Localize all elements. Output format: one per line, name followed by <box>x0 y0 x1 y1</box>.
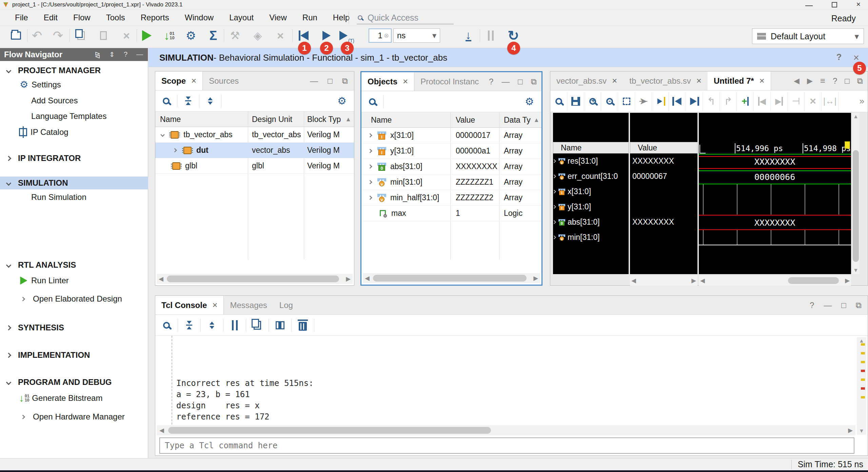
wave-add-marker-button[interactable]: + <box>737 92 754 111</box>
wave-signal-res[interactable]: vres[31:0] <box>552 153 598 169</box>
col-name[interactable]: Name <box>371 112 392 128</box>
run-button[interactable] <box>139 28 155 43</box>
toolbar-overflow-icon[interactable]: » <box>860 96 868 106</box>
col-design-unit[interactable]: Design Unit <box>252 111 292 127</box>
quick-access-search[interactable]: Quick Access <box>357 12 454 24</box>
wave-signal-x[interactable]: Ix[31:0] <box>552 184 591 199</box>
expand-collapse-icon[interactable]: ⇕ <box>109 50 115 59</box>
maximize-icon[interactable]: □ <box>845 76 850 86</box>
menu-file[interactable]: File <box>15 11 28 24</box>
settings-button[interactable]: ⚙ <box>525 97 541 107</box>
maximize-icon[interactable]: □ <box>518 77 523 86</box>
layout-selector[interactable]: Default Layout ▾ <box>752 28 864 44</box>
wave-save-button[interactable] <box>567 92 584 111</box>
toggle-columns-button[interactable] <box>269 321 291 329</box>
menu-reports[interactable]: Reports <box>141 11 169 24</box>
undo-button[interactable]: ↶ <box>29 28 45 43</box>
sidebar-item-add-sources[interactable]: Add Sources <box>31 94 78 107</box>
time-unit-select[interactable]: ns ▾ <box>393 28 440 43</box>
close-icon[interactable]: × <box>696 76 702 86</box>
objects-hscrollbar[interactable]: ◀ ▶ <box>363 273 540 283</box>
tab-scroll-right-icon[interactable]: ▶ <box>807 77 813 85</box>
minimize-icon[interactable]: — <box>824 301 832 310</box>
scroll-right-icon[interactable]: ▶ <box>848 427 853 434</box>
generate-bitstream-button[interactable]: ↓0110 <box>161 28 177 43</box>
elaborate-disabled-button[interactable]: ⚒ <box>227 28 243 43</box>
sidebar-item-ip-catalog[interactable]: IP Catalog <box>19 126 68 139</box>
minimize-icon[interactable]: — <box>310 76 318 86</box>
scroll-down-icon[interactable]: ▼ <box>859 428 864 434</box>
scope-row-glbl[interactable]: glbl glbl Verilog M <box>155 158 354 174</box>
redo-button[interactable]: ↷ <box>50 28 66 43</box>
clear-icon[interactable]: ⊗ <box>384 32 389 39</box>
float-icon[interactable]: ⧉ <box>342 76 348 86</box>
wave-search-button[interactable] <box>550 92 567 111</box>
menu-run[interactable]: Run <box>302 11 317 24</box>
expander-icon[interactable] <box>368 180 372 184</box>
scroll-thumb[interactable] <box>167 275 339 282</box>
paste-button[interactable] <box>96 28 111 43</box>
sidebar-item-language-templates[interactable]: Language Templates <box>31 110 106 123</box>
settings-gear-button[interactable]: ⚙ <box>183 28 199 43</box>
tab-log[interactable]: Log <box>273 296 299 314</box>
maximize-icon[interactable]: □ <box>841 301 846 310</box>
menu-view[interactable]: View <box>269 11 287 24</box>
scope-hscrollbar[interactable]: ◀ ▶ <box>157 274 353 284</box>
tab-messages[interactable]: Messages <box>224 296 273 314</box>
wave-zoom-out-button[interactable]: - <box>601 92 618 111</box>
impl-disabled-button[interactable]: × <box>273 28 288 43</box>
minimize-icon[interactable]: — <box>501 77 510 86</box>
sidebar-section-simulation[interactable]: SIMULATION <box>7 177 68 189</box>
window-maximize-button[interactable] <box>832 2 837 7</box>
wave-prev-marker-button[interactable]: ◀ <box>754 92 771 111</box>
tab-scroll-left-icon[interactable]: ◀ <box>794 77 800 85</box>
pause-output-button[interactable] <box>223 320 246 330</box>
expander-icon[interactable] <box>368 149 372 153</box>
window-close-button[interactable]: × <box>856 2 861 7</box>
tab-scope[interactable]: Scope× <box>155 71 203 90</box>
scroll-thumb[interactable] <box>853 150 859 262</box>
close-icon[interactable]: × <box>612 76 617 86</box>
wave-col-value-header[interactable]: Value <box>630 142 697 153</box>
sidebar-section-project-manager[interactable]: PROJECT MANAGER <box>7 64 101 77</box>
objects-row-x[interactable]: I x[31:0] 00000017 Array <box>361 128 541 143</box>
tab-protocol-instances[interactable]: Protocol Instanc <box>414 72 485 91</box>
wave-signal-abs[interactable]: 0abs[31:0] <box>552 214 600 230</box>
copy-button[interactable] <box>246 321 269 330</box>
scroll-right-icon[interactable]: ▶ <box>533 274 538 282</box>
expander-icon[interactable] <box>368 196 372 200</box>
menu-layout[interactable]: Layout <box>229 11 254 24</box>
wave-zoom-in-button[interactable]: + <box>584 92 601 111</box>
expander-icon[interactable] <box>368 133 372 137</box>
sidebar-item-settings[interactable]: ⚙Settings <box>20 78 61 91</box>
scroll-right-icon[interactable]: ▶ <box>845 277 850 284</box>
wave-signal-min[interactable]: vmin[31:0] <box>552 230 600 245</box>
copy-button[interactable] <box>73 28 89 43</box>
scroll-up-icon[interactable]: ▲ <box>345 111 351 127</box>
tab-menu-icon[interactable]: ≡ <box>820 76 825 86</box>
sim-pause-button[interactable] <box>483 28 498 43</box>
tab-sources[interactable]: Sources <box>203 71 245 90</box>
scroll-left-icon[interactable]: ◀ <box>631 277 636 284</box>
scroll-left-icon[interactable]: ◀ <box>159 427 164 434</box>
menu-window[interactable]: Window <box>185 11 214 24</box>
help-icon[interactable]: ? <box>836 52 842 63</box>
sidebar-section-ip-integrator[interactable]: IP INTEGRATOR <box>7 152 81 165</box>
wave-zoom-fit-button[interactable] <box>618 92 635 111</box>
wave-fit-width-button[interactable]: |↔| <box>822 92 839 111</box>
sim-step-button[interactable]: ↓ <box>460 28 476 43</box>
expand-all-button[interactable] <box>201 322 223 329</box>
open-project-button[interactable] <box>8 28 24 43</box>
sidebar-section-implementation[interactable]: IMPLEMENTATION <box>7 349 90 362</box>
report-sigma-button[interactable]: Σ <box>205 28 221 43</box>
delete-button[interactable]: × <box>119 28 134 43</box>
search-button[interactable] <box>155 98 177 104</box>
close-icon[interactable]: × <box>191 76 196 86</box>
sim-relaunch-button[interactable]: ↻ <box>506 28 521 43</box>
wave-prev-transition-button[interactable] <box>669 92 686 111</box>
scroll-up-icon[interactable]: ▲ <box>853 114 859 120</box>
scroll-right-icon[interactable]: ▶ <box>691 277 696 284</box>
wave-col-name-header[interactable]: Name <box>553 142 629 153</box>
sidebar-item-open-hardware-manager[interactable]: Open Hardware Manager <box>21 410 125 423</box>
menu-edit[interactable]: Edit <box>44 11 58 24</box>
